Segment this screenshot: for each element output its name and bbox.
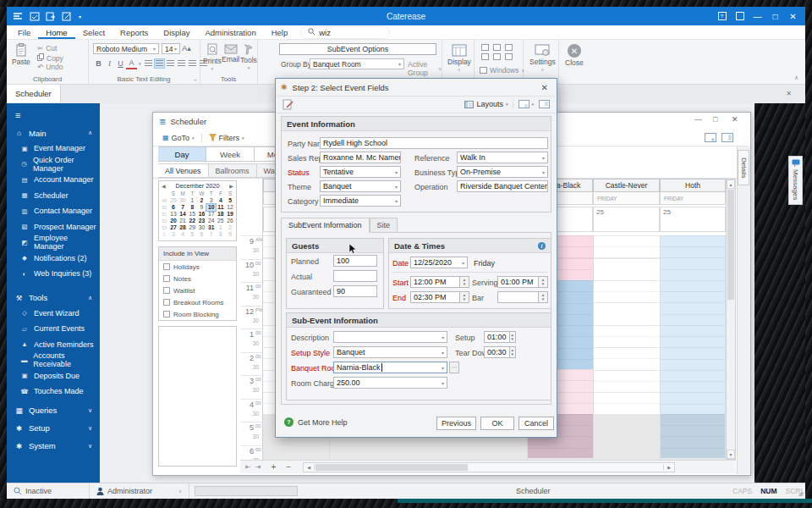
sidebar-item[interactable]: ◩ Employee Manager [7,235,100,251]
sidebar-item[interactable]: ◐ Web Inquiries (3) [7,266,100,282]
calendar-day-cell[interactable]: 5 [225,197,234,204]
checkbox[interactable] [163,311,170,318]
checkbox[interactable] [163,287,170,294]
font-size-combo[interactable]: 14▾ [162,43,180,54]
tile-vertical-icon[interactable] [505,44,513,51]
chevron-down-icon[interactable]: ∨ [88,407,92,414]
search-box[interactable]: wiz [300,26,390,39]
sidebar-item[interactable]: ▤ Account Manager [7,172,100,188]
group-by-combo[interactable]: Banquet Room▾ [310,58,404,69]
bar-time-spinner[interactable]: ▲▼ [497,291,548,303]
dialog-titlebar[interactable]: ✱ Step 2: Select Event Fields ✕ [276,79,555,97]
italic-button[interactable]: I [104,58,115,69]
resize-grip-icon[interactable]: ◢ [798,490,803,497]
availability-block-hoth-offhours[interactable] [660,414,726,458]
end-time-spinner[interactable]: 02:30 PM▲▼ [410,291,469,303]
layout-options-icon[interactable] [705,133,716,142]
user-selector[interactable]: Administrator ∨ [90,483,189,499]
calendar-day-cell[interactable]: 49 [160,197,168,204]
calendar-day-cell[interactable]: 1 [188,197,197,204]
new-window-icon[interactable] [505,53,513,60]
font-color-button[interactable]: A [126,58,137,69]
display-button[interactable]: Display∨ [447,44,471,72]
dialog-close-icon[interactable]: ✕ [541,83,548,92]
tile-horizontal-icon[interactable] [493,44,501,51]
column-date-cell[interactable]: 25 [660,207,726,232]
business-type-combo[interactable]: On-Premise▾ [457,166,548,178]
sidebar-menu-toggle[interactable]: ≡ [7,103,100,125]
dialog-launcher-icon[interactable]: ⌐ [194,77,197,82]
chevron-down-icon[interactable]: ∨ [88,425,92,432]
menu-item[interactable]: Administration [197,25,263,39]
scroll-left-icon[interactable]: ◀ [304,465,315,470]
room-column-header[interactable]: Hoth [660,179,726,192]
sidebar-item[interactable]: ▦ Scheduler [7,188,100,204]
calendar-day-cell[interactable]: 11 [216,204,225,211]
calendar-day-cell[interactable]: 1 [216,224,225,231]
reference-combo[interactable]: Walk In▾ [457,152,548,163]
calendar-day-cell[interactable]: 14 [178,211,188,218]
close-app-button[interactable]: ✕ [784,9,802,23]
actual-field[interactable] [333,270,377,282]
calendar-prev-icon[interactable]: ◀ [162,183,166,189]
calendar-day-cell[interactable]: 29 [188,224,197,231]
windows-dropdown[interactable]: Windows∨ [480,66,524,75]
calendar-day-cell[interactable]: 1 [160,231,168,238]
sidebar-item[interactable]: ▲ Active Reminders [7,337,100,353]
calendar-day-cell[interactable]: 50 [160,204,168,211]
prints-button[interactable]: Prints▾ [203,43,222,71]
indent-decrease-button[interactable] [188,59,197,68]
view-tab[interactable]: Day [158,146,206,162]
category-combo[interactable]: Immediate▾ [320,195,401,207]
calendar-day-cell[interactable]: 12 [225,204,234,211]
help-window-button[interactable]: ? [713,9,731,23]
calendar-day-cell[interactable]: 52 [160,218,168,224]
maximize-button[interactable]: □ [766,9,784,23]
fit-width-icon[interactable]: ⇤ [245,463,251,471]
close-tab-icon[interactable]: ✕ [786,90,792,97]
calendar-day-cell[interactable]: 27 [168,224,178,231]
bold-button[interactable]: B [93,58,104,69]
child-maximize-button[interactable]: □ [713,115,717,124]
calendar-day-cell[interactable]: 8 [216,231,225,238]
calendar-day-cell[interactable]: 6 [197,231,206,238]
scroll-right-icon[interactable]: ▶ [663,465,674,470]
copy-button[interactable]: Copy [37,53,63,63]
calendar-day-cell[interactable]: 19 [225,211,234,218]
sidebar-item[interactable]: ▱ Current Events [7,321,100,337]
layouts-button[interactable]: Layouts ▾ [464,100,508,108]
calendar-day-cell[interactable]: 13 [168,211,178,218]
menu-item[interactable]: Select [75,25,112,39]
calendar-day-cell[interactable]: 26 [225,218,234,224]
calendar-day-cell[interactable]: 28 [178,224,188,231]
menu-item[interactable]: Help [264,25,296,39]
document-tab-scheduler[interactable]: Scheduler [7,85,61,102]
info-icon[interactable]: i [538,242,546,250]
undo-button[interactable]: ↶Undo [37,63,63,71]
calendar-day-cell[interactable]: 4 [216,197,225,204]
display-options-button[interactable]: ▾ [518,100,534,108]
calendar-day-cell[interactable]: 4 [178,231,188,238]
calendar-day-cell[interactable]: 25 [216,218,225,224]
scrollbar-thumb[interactable] [727,190,734,300]
panel-toggle-icon[interactable] [721,133,733,142]
zoom-in-icon[interactable]: + [271,462,276,472]
calendar-day-cell[interactable]: 10 [206,204,216,211]
calendar-day-cell[interactable]: 3 [206,197,216,204]
calendar-day-cell[interactable]: 18 [216,211,225,218]
scroll-down-icon[interactable]: ▼ [727,450,735,459]
room-charge-combo[interactable]: 250.00▾ [333,377,447,389]
underline-button[interactable]: U [115,58,126,69]
sidebar-item[interactable]: ▬ Accounts Receivable [7,352,100,368]
calendar-day-cell[interactable]: 7 [206,231,216,238]
active-group-dropdown[interactable]: Active Group∨ [408,60,442,77]
view-tab[interactable]: Week [206,146,255,162]
ok-button[interactable]: OK [480,417,514,430]
filters-button[interactable]: Filters ▾ [205,134,249,142]
sales-rep-combo[interactable]: Roxanne M. Mc Namer▾ [320,152,401,163]
calendar-day-cell[interactable]: 21 [178,218,188,224]
hscrollbar-thumb[interactable] [315,464,468,471]
party-name-field[interactable]: Rydell High School [320,137,548,149]
include-option[interactable]: Waitlist [159,284,236,296]
include-option[interactable]: Holidays [159,261,236,273]
